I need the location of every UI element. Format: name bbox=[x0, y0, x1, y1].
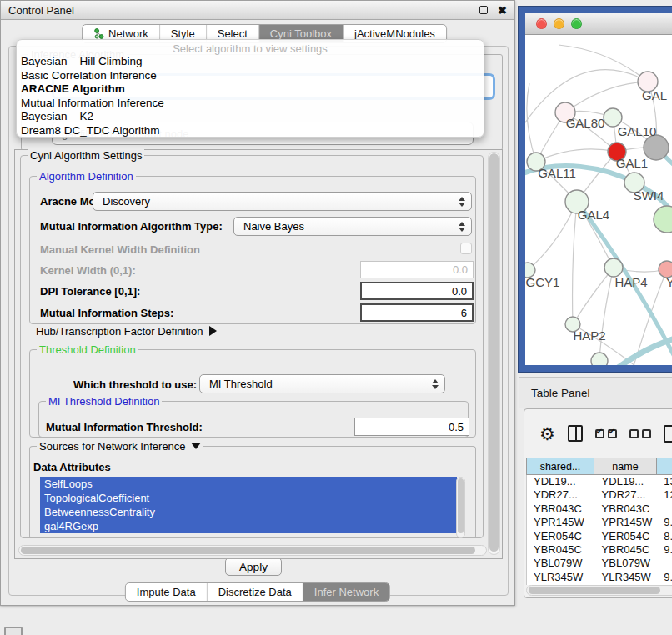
control-panel-titlebar: Control Panel ✖ bbox=[1, 1, 514, 20]
network-edge[interactable] bbox=[536, 149, 617, 162]
network-edge[interactable] bbox=[565, 82, 648, 112]
network-view-window[interactable]: GALGAL80GAL10GAL1GAL11GAL4SWI4GCY1HAP4YH… bbox=[519, 7, 672, 372]
table-cell bbox=[657, 557, 672, 570]
kernel-width-value: 0.0 bbox=[453, 263, 468, 276]
network-edge[interactable] bbox=[599, 268, 614, 361]
table-cell: YPR145W bbox=[527, 516, 595, 529]
network-edge-highlighted[interactable] bbox=[617, 336, 672, 365]
scrollbar-thumb[interactable] bbox=[458, 478, 464, 533]
table-cell: YPR145W bbox=[595, 516, 658, 529]
table-cell: YBL079W bbox=[527, 557, 595, 570]
dpi-tolerance-field[interactable]: 0.0 bbox=[360, 282, 474, 300]
table-row[interactable]: YER054CYER054C8. bbox=[527, 530, 672, 543]
algorithm-option[interactable]: Bayesian – Hill Climbing bbox=[17, 55, 484, 69]
sources-toggle[interactable]: Sources for Network Inference bbox=[37, 440, 203, 452]
panel-resize-chip[interactable] bbox=[4, 627, 23, 635]
scrollbar-thumb[interactable] bbox=[529, 587, 660, 594]
mi-threshold-definition-title: MI Threshold Definition bbox=[46, 395, 162, 408]
attribute-item[interactable]: SelfLoops bbox=[40, 477, 457, 491]
aracne-mode-select[interactable]: Discovery bbox=[93, 192, 472, 211]
mi-type-select[interactable]: Naive Bayes bbox=[233, 217, 472, 236]
threshold-definition-title: Threshold Definition bbox=[37, 343, 138, 356]
cyni-algorithm-settings-group: Cyni Algorithm Settings Algorithm Defini… bbox=[20, 155, 484, 538]
export-table-icon[interactable] bbox=[664, 425, 672, 442]
attributes-scrollbar[interactable] bbox=[456, 477, 465, 538]
tab-infer-network[interactable]: Infer Network bbox=[303, 583, 389, 601]
network-edge[interactable] bbox=[527, 83, 536, 162]
scrollbar-thumb[interactable] bbox=[489, 153, 499, 552]
gear-icon[interactable]: ⚙ bbox=[539, 425, 555, 442]
cyni-algorithm-settings-title: Cyni Algorithm Settings bbox=[28, 149, 144, 162]
stepper-icon bbox=[432, 379, 439, 389]
algorithm-option[interactable]: Bayesian – K2 bbox=[17, 110, 484, 124]
algorithm-option[interactable]: Mutual Information Inference bbox=[17, 97, 484, 111]
table-row[interactable]: YDL19...YDL19...13 bbox=[527, 475, 672, 488]
node-label: GAL80 bbox=[566, 116, 605, 130]
table-cell: 9. bbox=[657, 543, 672, 557]
stepper-icon bbox=[459, 222, 465, 232]
table-cell: 8. bbox=[657, 530, 672, 543]
table-row[interactable]: YPR145WYPR145W9. bbox=[527, 516, 672, 529]
table-row[interactable]: YBR043CYBR043C bbox=[527, 502, 672, 516]
algorithm-definition-title: Algorithm Definition bbox=[37, 170, 136, 182]
zoom-traffic-light-icon[interactable] bbox=[571, 18, 582, 29]
close-icon[interactable]: ✖ bbox=[498, 5, 507, 16]
columns-icon[interactable] bbox=[568, 425, 583, 442]
algorithm-dropdown-popup: Select algorithm to view settings Bayesi… bbox=[16, 39, 484, 138]
float-window-icon[interactable] bbox=[479, 6, 488, 14]
table-cell: YER054C bbox=[595, 530, 658, 543]
network-edge[interactable] bbox=[559, 45, 648, 82]
network-canvas[interactable]: GALGAL80GAL10GAL1GAL11GAL4SWI4GCY1HAP4YH… bbox=[525, 35, 672, 365]
settings-vertical-scrollbar[interactable] bbox=[488, 152, 500, 555]
node-label: HAP4 bbox=[614, 275, 647, 289]
network-node[interactable] bbox=[591, 352, 608, 365]
table-row[interactable]: YLR345WYLR345W9. bbox=[527, 571, 672, 584]
table-cell: YER054C bbox=[527, 530, 595, 543]
column-header[interactable]: name bbox=[594, 458, 657, 475]
hub-definition-toggle[interactable]: Hub/Transcription Factor Definition bbox=[36, 325, 217, 338]
mi-steps-field[interactable]: 6 bbox=[360, 303, 474, 322]
tab-label: jActiveMNodules bbox=[354, 28, 435, 40]
minimize-traffic-light-icon[interactable] bbox=[554, 18, 564, 29]
attribute-item[interactable]: gal4RGexp bbox=[40, 519, 457, 533]
table-horizontal-scrollbar[interactable] bbox=[526, 585, 672, 596]
manual-kernel-checkbox[interactable] bbox=[460, 242, 472, 254]
algorithm-option[interactable]: Basic Correlation Inference bbox=[17, 69, 484, 83]
which-threshold-label: Which threshold to use: bbox=[73, 378, 197, 391]
table-cell: YDL19... bbox=[527, 475, 595, 488]
network-edge[interactable] bbox=[573, 202, 577, 324]
select-all-columns-icon[interactable] bbox=[595, 429, 617, 438]
screen: Control Panel ✖ Inference Algorithm gal-… bbox=[0, 0, 672, 635]
column-header[interactable]: shared... bbox=[526, 458, 594, 475]
close-traffic-light-icon[interactable] bbox=[536, 18, 547, 29]
scrollbar-thumb[interactable] bbox=[21, 547, 475, 554]
attribute-item[interactable]: TopologicalCoefficient bbox=[40, 491, 457, 505]
aracne-mode-value: Discovery bbox=[103, 195, 150, 208]
attribute-item[interactable]: BetweennessCentrality bbox=[40, 505, 457, 519]
apply-button[interactable]: Apply bbox=[225, 558, 282, 576]
tab-discretize-data[interactable]: Discretize Data bbox=[208, 583, 303, 601]
algorithm-option[interactable]: Dream8 DC_TDC Algorithm bbox=[17, 124, 484, 138]
table-row[interactable]: YBR045CYBR045C9. bbox=[527, 543, 672, 557]
column-header[interactable]: A bbox=[657, 458, 672, 475]
deselect-all-columns-icon[interactable] bbox=[629, 429, 651, 438]
table-panel: ⚙ shared...nameA YDL19...YDL19...13YDR27… bbox=[524, 408, 672, 598]
which-threshold-value: MI Threshold bbox=[209, 378, 273, 390]
stepper-icon bbox=[459, 197, 465, 207]
network-edge[interactable] bbox=[528, 202, 577, 270]
mi-threshold-field[interactable]: 0.5 bbox=[354, 418, 469, 436]
control-panel-title: Control Panel bbox=[8, 4, 479, 17]
mi-steps-value: 6 bbox=[461, 307, 467, 319]
which-threshold-select[interactable]: MI Threshold bbox=[199, 374, 445, 393]
network-node[interactable] bbox=[654, 206, 672, 232]
network-node[interactable] bbox=[604, 258, 623, 277]
expanded-arrow-icon bbox=[191, 442, 201, 449]
table-row[interactable]: YBL079WYBL079W bbox=[527, 557, 672, 570]
settings-horizontal-scrollbar[interactable] bbox=[18, 545, 487, 556]
kernel-width-field[interactable]: 0.0 bbox=[360, 261, 474, 278]
tab-impute-data[interactable]: Impute Data bbox=[126, 583, 208, 601]
sources-title: Sources for Network Inference bbox=[39, 440, 186, 452]
table-row[interactable]: YDR27...YDR27...12 bbox=[527, 488, 672, 502]
table-panel-header: Table Panel bbox=[519, 377, 672, 408]
algorithm-option[interactable]: ARACNE Algorithm bbox=[17, 82, 484, 97]
